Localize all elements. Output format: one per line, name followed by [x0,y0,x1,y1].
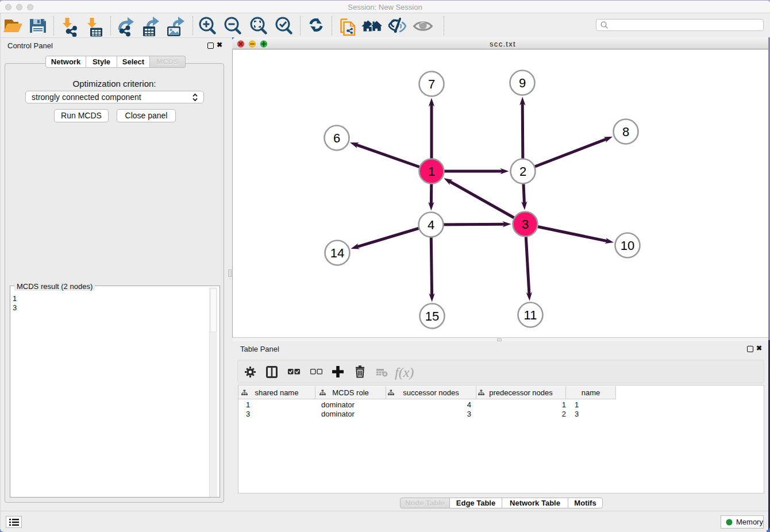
svg-text:9: 9 [519,76,526,90]
svg-text:8: 8 [622,125,629,139]
svg-text:4: 4 [428,218,434,232]
svg-text:14: 14 [330,246,344,260]
svg-text:1: 1 [428,164,435,179]
svg-text:11: 11 [524,308,537,322]
svg-text:7: 7 [428,77,435,91]
svg-text:6: 6 [333,131,340,145]
svg-text:2: 2 [519,164,526,179]
svg-text:10: 10 [621,238,634,253]
svg-text:15: 15 [425,309,439,323]
svg-text:3: 3 [522,217,529,232]
